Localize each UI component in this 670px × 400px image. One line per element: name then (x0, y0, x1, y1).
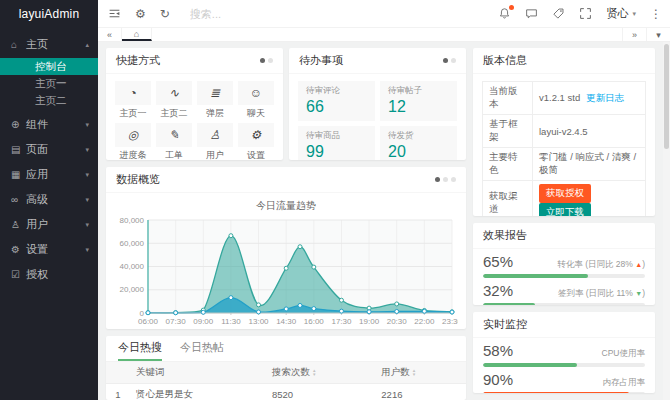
sort-icon[interactable]: ▴▾ (413, 368, 416, 376)
refresh-icon[interactable]: ↻ (160, 7, 170, 21)
cell-keyword-link[interactable]: 贤心是男是女 (130, 384, 266, 400)
sidebar-item-user[interactable]: ♙ 用户 ▾ (0, 212, 98, 237)
shortcut-chat[interactable]: ☺聊天 (238, 81, 274, 118)
chevron-down-icon: ▾ (632, 10, 636, 18)
svg-text:80,000: 80,000 (120, 216, 145, 225)
tag-icon[interactable] (552, 7, 565, 20)
tabs-scroll-left-button[interactable]: « (98, 28, 122, 41)
download-now-button[interactable]: 立即下载 (539, 203, 591, 216)
traffic-trend-chart: 020,00040,00060,00080,00006:0007:3009:00… (114, 215, 458, 327)
tab-today-hot-posts[interactable]: 今日热帖 (180, 336, 224, 361)
shortcut-user[interactable]: ♙用户 (197, 123, 233, 160)
gear-icon[interactable]: ⚙ (135, 7, 146, 21)
carousel-dots[interactable] (435, 177, 456, 182)
carousel-dots[interactable] (443, 58, 456, 63)
more-vertical-icon[interactable]: ⋮ (650, 7, 662, 21)
chevron-down-icon: ▾ (85, 246, 89, 254)
sidebar-item-console[interactable]: 控制台 (0, 58, 98, 75)
card-title: 实时监控 (483, 317, 527, 332)
sort-icon[interactable]: ▴▾ (313, 368, 316, 376)
fullscreen-icon[interactable] (579, 7, 592, 20)
carousel-dots[interactable] (260, 58, 273, 63)
notifications-bell-icon[interactable] (498, 7, 511, 20)
shortcut-layer[interactable]: ≣弹层 (197, 81, 233, 118)
realtime-monitor-card: 实时监控 58% CPU使用率 90% 内存占用率 (473, 312, 655, 393)
vertical-scrollbar[interactable] (663, 42, 670, 400)
svg-text:07:30: 07:30 (166, 317, 187, 326)
notification-badge-dot (509, 5, 514, 10)
shortcut-workorder[interactable]: ✎工单 (156, 123, 192, 160)
card-title: 数据概览 (116, 172, 160, 187)
sidebar: layuiAdmin ⌂ 主页 ▴ 控制台 主页一 主页二 ⊕ 组件 ▾ ▤ 页… (0, 0, 98, 400)
column-header-users: 用户数▴▾ (375, 362, 466, 384)
hot-search-table: 关键词 搜索次数▴▾ 用户数▴▾ 1 贤心是男是女 8520 2216 (106, 362, 466, 400)
svg-text:20,000: 20,000 (120, 285, 145, 294)
tab-home[interactable]: ⌂ (122, 28, 152, 41)
svg-text:11:30: 11:30 (221, 317, 241, 326)
metric-conversion-rate: 65% 转化率 (日同比 28% ▲) (483, 253, 645, 278)
shortcut-progress[interactable]: ◎进度条 (115, 123, 151, 160)
user-icon: ♙ (210, 128, 221, 142)
svg-text:20:30: 20:30 (387, 317, 408, 326)
search-input[interactable] (190, 8, 300, 20)
sidebar-submenu-home: 控制台 主页一 主页二 (0, 58, 98, 109)
metric-label: 签到率 (日同比 11% ▼) (558, 288, 645, 300)
changelog-link[interactable]: 更新日志 (586, 92, 624, 103)
sidebar-item-label: 页面 (26, 142, 85, 157)
progress-bar (483, 363, 645, 367)
svg-text:06:00: 06:00 (138, 317, 159, 326)
shortcut-homepage2[interactable]: ∿主页二 (156, 81, 192, 118)
shortcut-settings[interactable]: ⚙设置 (238, 123, 274, 160)
user-menu[interactable]: 贤心 ▾ (606, 6, 636, 21)
app-logo: layuiAdmin (0, 0, 98, 28)
todo-tile-ship[interactable]: 待发货20 (380, 126, 457, 160)
cell-users: 2216 (375, 384, 466, 400)
get-license-button[interactable]: 获取授权 (539, 184, 591, 203)
svg-text:23:30: 23:30 (442, 317, 458, 326)
senior-icon: ∞ (11, 194, 26, 205)
layers-icon: ≣ (210, 86, 220, 100)
auth-icon: ☑ (11, 269, 26, 280)
sidebar-item-app[interactable]: ▦ 应用 ▾ (0, 162, 98, 187)
sidebar-item-page[interactable]: ▤ 页面 ▾ (0, 137, 98, 162)
todo-tile-comments[interactable]: 待审评论66 (298, 81, 375, 121)
version-value: v1.2.1 std (539, 92, 580, 103)
scrollbar-thumb[interactable] (664, 44, 669, 149)
sidebar-item-label: 主页 (26, 37, 85, 52)
shortcut-homepage1[interactable]: ◔主页一 (115, 81, 151, 118)
page-icon: ▤ (11, 144, 26, 155)
sidebar-item-home[interactable]: ⌂ 主页 ▴ (0, 32, 98, 57)
tab-today-hot-search[interactable]: 今日热搜 (118, 336, 162, 361)
sidebar-item-label: 高级 (26, 192, 85, 207)
todo-tile-goods[interactable]: 待审商品99 (298, 126, 375, 160)
sidebar-item-settings[interactable]: ⚙ 设置 ▾ (0, 237, 98, 262)
tabs-scroll-right-button[interactable]: » (622, 28, 646, 41)
metric-label: 转化率 (日同比 28% ▲) (557, 259, 645, 271)
version-row-features: 主要特色 零门槛 / 响应式 / 清爽 / 极简 (483, 148, 646, 181)
todo-card: 待办事项 待审评论66 待审帖子12 待审商品99 待发货20 (289, 48, 466, 160)
svg-text:19:00: 19:00 (359, 317, 380, 326)
sidebar-item-auth[interactable]: ☑ 授权 (0, 262, 98, 287)
note-icon: ✎ (169, 128, 179, 142)
progress-bar (483, 303, 645, 304)
version-row-channel: 获取渠道 获取授权 立即下载 (483, 181, 646, 217)
svg-text:40,000: 40,000 (120, 262, 145, 271)
pulse-icon: ∿ (169, 86, 179, 100)
svg-text:16:00: 16:00 (304, 317, 325, 326)
sidebar-item-senior[interactable]: ∞ 高级 ▾ (0, 187, 98, 212)
shrink-menu-icon[interactable] (108, 7, 121, 20)
svg-text:14:30: 14:30 (276, 317, 297, 326)
sidebar-item-label: 设置 (26, 242, 85, 257)
tabs-menu-button[interactable]: ▾ (646, 28, 670, 41)
sidebar-item-homepage1[interactable]: 主页一 (0, 75, 98, 92)
messages-icon[interactable] (525, 7, 538, 20)
dashboard-content: 快捷方式 ◔主页一 ∿主页二 ≣弹层 ☺聊天 ◎进度条 ✎工单 ♙用户 ⚙设置 (98, 42, 670, 400)
column-header-keyword: 关键词 (130, 362, 266, 384)
tabs-bar: « ⌂ » ▾ (98, 28, 670, 42)
sidebar-item-component[interactable]: ⊕ 组件 ▾ (0, 112, 98, 137)
gear-icon: ⚙ (251, 128, 262, 142)
tabs-spacer (152, 28, 622, 41)
todo-tile-posts[interactable]: 待审帖子12 (380, 81, 457, 121)
sidebar-item-homepage2[interactable]: 主页二 (0, 92, 98, 109)
chevron-down-icon: ▾ (85, 221, 89, 229)
